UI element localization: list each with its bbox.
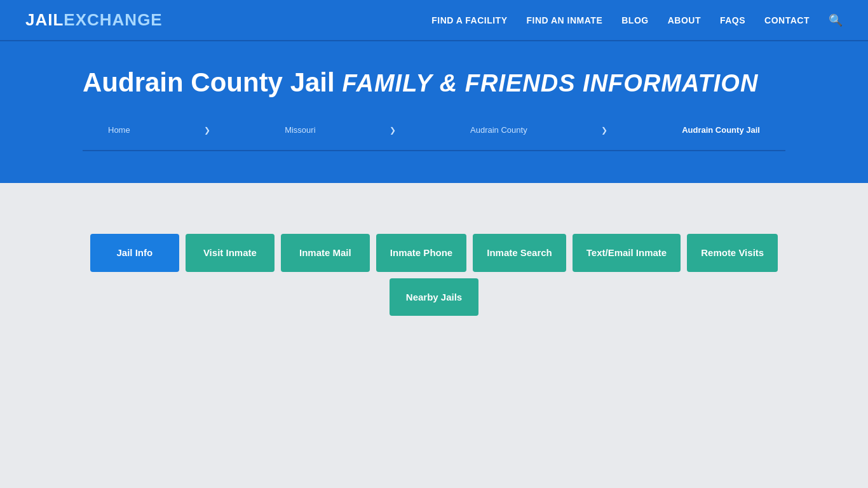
- visit-inmate-button[interactable]: Visit Inmate: [186, 234, 275, 272]
- breadcrumb-missouri[interactable]: Missouri: [285, 125, 315, 135]
- nearby-jails-button[interactable]: Nearby Jails: [390, 278, 478, 316]
- breadcrumb-sep-3: ❯: [601, 126, 607, 135]
- jail-info-button[interactable]: Jail Info: [90, 234, 179, 272]
- nav-contact[interactable]: CONTACT: [764, 15, 810, 26]
- main-content: Jail Info Visit Inmate Inmate Mail Inmat…: [0, 183, 868, 469]
- page-title: Audrain County Jail FAMILY & FRIENDS INF…: [83, 67, 785, 98]
- breadcrumb-current: Audrain County Jail: [682, 125, 760, 135]
- logo-jail: JAIL: [25, 10, 64, 30]
- inmate-search-button[interactable]: Inmate Search: [473, 234, 566, 272]
- breadcrumb: Home ❯ Missouri ❯ Audrain County ❯ Audra…: [83, 110, 785, 151]
- search-icon[interactable]: 🔍: [829, 14, 843, 27]
- nav-about[interactable]: ABOUT: [668, 15, 701, 26]
- inmate-phone-button[interactable]: Inmate Phone: [376, 234, 466, 272]
- inmate-mail-button[interactable]: Inmate Mail: [281, 234, 370, 272]
- nav-faqs-link[interactable]: FAQs: [720, 15, 745, 25]
- buttons-row-1: Jail Info Visit Inmate Inmate Mail Inmat…: [90, 234, 778, 272]
- logo[interactable]: JAIL EXCHANGE: [25, 10, 163, 30]
- breadcrumb-home[interactable]: Home: [108, 125, 130, 135]
- nav-blog-link[interactable]: BLOG: [621, 15, 648, 25]
- logo-exchange: EXCHANGE: [64, 10, 162, 30]
- text-email-inmate-button[interactable]: Text/Email Inmate: [573, 234, 681, 272]
- breadcrumb-sep-2: ❯: [390, 126, 396, 135]
- nav-find-inmate[interactable]: FIND AN INMATE: [526, 15, 602, 26]
- breadcrumb-sep-1: ❯: [204, 126, 210, 135]
- nav-contact-link[interactable]: CONTACT: [764, 15, 810, 25]
- nav-links: FIND A FACILITY FIND AN INMATE BLOG ABOU…: [431, 13, 843, 27]
- nav-find-inmate-link[interactable]: FIND AN INMATE: [526, 15, 602, 25]
- buttons-row-2: Nearby Jails: [390, 278, 478, 316]
- title-main: Audrain County Jail: [83, 67, 335, 97]
- nav-faqs[interactable]: FAQs: [720, 15, 745, 26]
- nav-find-facility-link[interactable]: FIND A FACILITY: [431, 15, 507, 25]
- remote-visits-button[interactable]: Remote Visits: [687, 234, 778, 272]
- hero-section: Audrain County Jail FAMILY & FRIENDS INF…: [0, 41, 868, 183]
- title-italic: FAMILY & FRIENDS INFORMATION: [342, 70, 758, 97]
- nav-search-icon[interactable]: 🔍: [829, 13, 843, 27]
- nav-find-facility[interactable]: FIND A FACILITY: [431, 15, 507, 26]
- navbar: JAIL EXCHANGE FIND A FACILITY FIND AN IN…: [0, 0, 868, 41]
- buttons-container: Jail Info Visit Inmate Inmate Mail Inmat…: [83, 234, 785, 322]
- breadcrumb-audrain-county[interactable]: Audrain County: [470, 125, 527, 135]
- nav-blog[interactable]: BLOG: [621, 15, 648, 26]
- nav-about-link[interactable]: ABOUT: [668, 15, 701, 25]
